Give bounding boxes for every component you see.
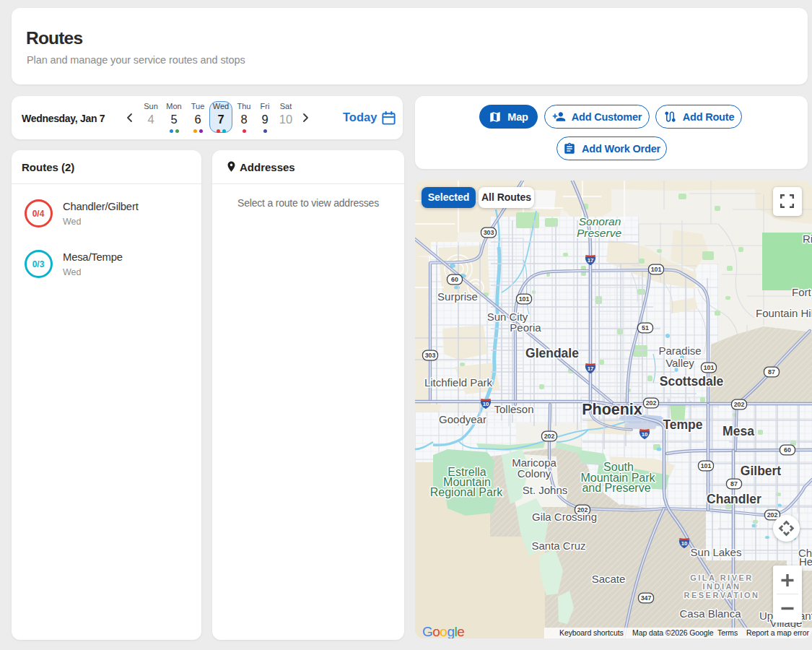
svg-text:87: 87	[768, 368, 775, 376]
svg-text:303: 303	[484, 229, 494, 236]
svg-text:RESERVATION: RESERVATION	[684, 591, 759, 599]
svg-text:Phoenix: Phoenix	[582, 401, 642, 418]
svg-text:Rio Ve: Rio Ve	[803, 233, 812, 245]
svg-text:Litchfield Park: Litchfield Park	[424, 376, 493, 389]
svg-text:Tempe: Tempe	[663, 417, 702, 432]
svg-text:Chandler: Chandler	[707, 492, 761, 506]
svg-text:101: 101	[519, 295, 530, 303]
svg-text:60: 60	[784, 446, 791, 454]
svg-text:Glendale: Glendale	[525, 346, 579, 360]
svg-text:101: 101	[651, 266, 662, 273]
svg-text:Fountain Hil: Fountain Hil	[756, 307, 812, 319]
svg-text:Sonoran: Sonoran	[579, 215, 621, 228]
svg-text:Gilbert: Gilbert	[741, 464, 782, 478]
svg-text:202: 202	[767, 511, 778, 519]
svg-text:INDIAN: INDIAN	[703, 582, 741, 591]
svg-text:Scottsdale: Scottsdale	[660, 374, 724, 389]
svg-text:Sacate: Sacate	[592, 573, 626, 585]
svg-text:Goodyear: Goodyear	[439, 413, 486, 425]
svg-text:10: 10	[642, 431, 648, 438]
svg-text:Gila Crossing: Gila Crossing	[532, 511, 597, 523]
svg-text:101: 101	[704, 364, 715, 371]
svg-text:GILA RIVER: GILA RIVER	[690, 573, 754, 582]
svg-text:202: 202	[734, 401, 745, 408]
svg-text:60: 60	[451, 276, 458, 283]
svg-text:Preserve: Preserve	[577, 227, 621, 239]
svg-text:Surprise: Surprise	[437, 290, 478, 303]
svg-text:17: 17	[588, 365, 594, 372]
svg-text:202: 202	[646, 399, 657, 407]
svg-text:202: 202	[544, 433, 555, 440]
svg-text:Colony: Colony	[518, 467, 551, 480]
svg-text:51: 51	[642, 324, 649, 332]
svg-text:Paradise: Paradise	[658, 344, 701, 357]
svg-text:Peoria: Peoria	[510, 321, 541, 334]
svg-text:Santa Cruz: Santa Cruz	[531, 540, 585, 552]
svg-text:87: 87	[730, 480, 738, 488]
svg-text:Fort McD: Fort McD	[792, 286, 812, 298]
svg-text:10: 10	[483, 401, 489, 407]
svg-text:347: 347	[641, 594, 652, 602]
svg-text:and Preserve: and Preserve	[582, 482, 650, 494]
svg-text:Regional Park: Regional Park	[430, 486, 504, 498]
svg-text:Valley: Valley	[665, 357, 694, 369]
svg-text:Sun Lakes: Sun Lakes	[691, 546, 742, 558]
svg-text:St. Johns: St. Johns	[523, 484, 568, 496]
svg-text:303: 303	[425, 352, 436, 359]
svg-text:Mesa: Mesa	[722, 424, 754, 438]
svg-text:17: 17	[588, 257, 594, 264]
svg-text:Tolleson: Tolleson	[494, 403, 533, 415]
svg-text:Casa Blanca: Casa Blanca	[679, 607, 741, 620]
svg-text:10: 10	[681, 540, 688, 547]
svg-text:101: 101	[701, 462, 712, 469]
